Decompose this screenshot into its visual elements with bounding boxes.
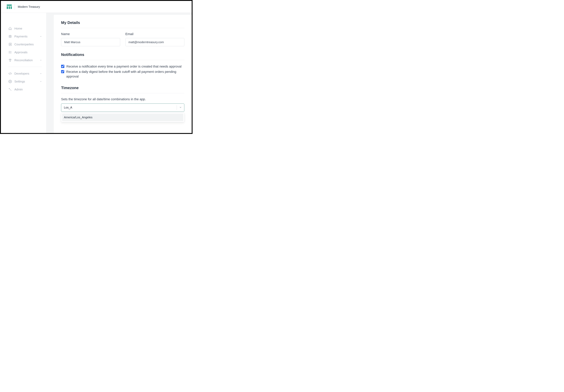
timezone-dropdown-toggle[interactable] [177, 106, 184, 109]
name-field-group: Name [61, 32, 120, 46]
sidebar-item-developers[interactable]: Developers [8, 70, 42, 78]
email-input[interactable] [126, 38, 184, 46]
svg-rect-0 [7, 5, 12, 6]
svg-rect-1 [7, 6, 8, 9]
topbar: Modern Treasury [1, 1, 192, 13]
sidebar-item-label: Settings [14, 80, 25, 83]
gear-icon [8, 80, 12, 84]
section-title-my-details: My Details [61, 20, 184, 25]
timezone-input[interactable] [61, 104, 177, 112]
contacts-icon [8, 42, 12, 46]
sidebar-item-admin[interactable]: Admin [8, 85, 42, 93]
sidebar-item-label: Counterparties [14, 43, 34, 46]
notification-checkbox-2[interactable] [61, 70, 64, 73]
timezone-option[interactable]: America/Los_Angeles [62, 114, 183, 121]
svg-point-7 [10, 81, 11, 82]
home-icon [8, 27, 12, 30]
timezone-description: Sets the timezone for all date/time comb… [61, 97, 184, 101]
checklist-icon [8, 50, 12, 54]
email-field-group: Email [126, 32, 184, 46]
sidebar-item-home[interactable]: Home [8, 25, 42, 32]
svg-rect-2 [9, 6, 10, 9]
name-input[interactable] [61, 38, 120, 46]
chevron-down-icon [40, 80, 42, 83]
sidebar-item-approvals[interactable]: Approvals [8, 48, 42, 56]
email-label: Email [126, 32, 184, 36]
sidebar-item-counterparties[interactable]: Counterparties [8, 40, 42, 48]
chevron-down-icon [179, 106, 182, 109]
sidebar-item-label: Home [14, 27, 22, 30]
brand: Modern Treasury [7, 4, 40, 10]
sidebar-item-label: Developers [14, 72, 29, 75]
details-form-row: Name Email [61, 32, 184, 46]
sidebar-item-reconciliation[interactable]: Reconciliation [8, 56, 42, 64]
timezone-input-wrap [61, 103, 184, 112]
notification-checkbox-1[interactable] [61, 65, 64, 68]
timezone-combobox: America/Los_Angeles [61, 103, 184, 112]
sidebar-item-label: Reconciliation [14, 59, 33, 62]
sidebar-item-settings[interactable]: Settings [8, 78, 42, 85]
svg-point-5 [10, 44, 11, 44]
code-icon [8, 72, 12, 75]
main-content: My Details Name Email Notifications Rece… [46, 13, 192, 133]
chevron-down-icon [40, 59, 42, 62]
scales-icon [8, 58, 12, 62]
sidebar: Home Payments Counterparties Approvals [1, 13, 46, 133]
sidebar-item-payments[interactable]: Payments [8, 32, 42, 40]
settings-card: My Details Name Email Notifications Rece… [54, 15, 192, 133]
svg-line-6 [10, 72, 10, 75]
sidebar-separator [8, 67, 42, 67]
chevron-down-icon [40, 35, 42, 38]
sidebar-item-label: Payments [14, 35, 28, 38]
chevron-down-icon [40, 72, 42, 75]
sidebar-item-label: Admin [14, 88, 23, 91]
notification-label-2: Receive a daily digest before the bank c… [66, 70, 184, 79]
bank-icon [8, 34, 12, 38]
section-title-timezone: Timezone [61, 85, 184, 90]
screwdriver-icon [8, 87, 12, 91]
notification-option-1: Receive a notification every time a paym… [61, 64, 184, 69]
section-rule [61, 93, 184, 93]
svg-rect-3 [11, 6, 12, 9]
notification-option-2: Receive a daily digest before the bank c… [61, 70, 184, 79]
brand-name: Modern Treasury [18, 5, 40, 9]
notification-label-1: Receive a notification every time a paym… [66, 64, 182, 69]
logo-icon [7, 5, 12, 9]
timezone-dropdown: America/Los_Angeles [61, 112, 184, 122]
name-label: Name [61, 32, 120, 36]
section-title-notifications: Notifications [61, 52, 184, 57]
sidebar-item-label: Approvals [14, 51, 28, 54]
